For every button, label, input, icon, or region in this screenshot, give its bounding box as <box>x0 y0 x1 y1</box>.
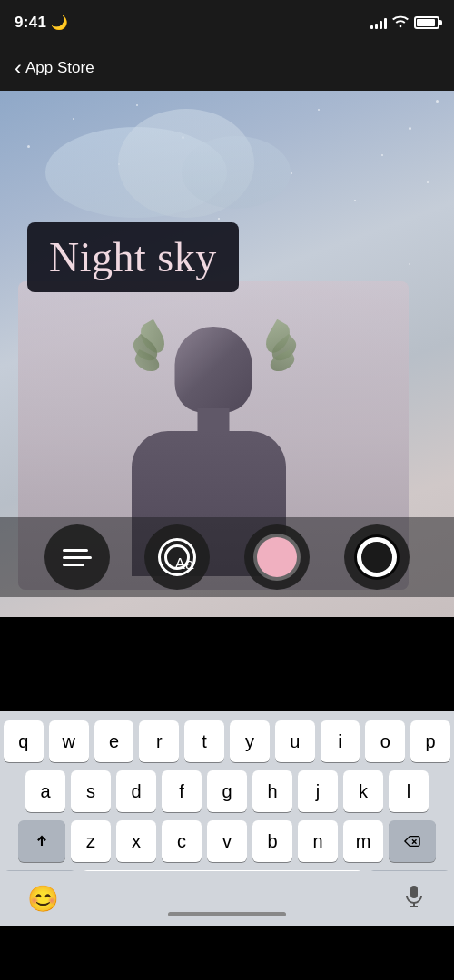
key-u[interactable]: u <box>275 720 315 762</box>
signal-bar-1 <box>370 25 373 29</box>
status-icons <box>370 15 439 31</box>
key-x[interactable]: x <box>116 820 156 862</box>
key-w[interactable]: w <box>49 720 89 762</box>
signal-bar-2 <box>375 24 378 29</box>
key-y[interactable]: y <box>230 720 270 762</box>
key-m[interactable]: m <box>343 820 383 862</box>
toolbar: Aa <box>0 517 454 597</box>
color-dot-pink <box>257 537 297 577</box>
key-f[interactable]: f <box>162 770 202 812</box>
align-line-2 <box>63 556 92 559</box>
align-icon <box>63 549 92 566</box>
bottom-bar: 😊 <box>0 871 454 926</box>
key-r[interactable]: r <box>139 720 179 762</box>
font-aa-label: Aa <box>175 555 194 573</box>
signal-bars-icon <box>370 16 387 29</box>
key-g[interactable]: g <box>207 770 247 812</box>
svg-rect-3 <box>410 886 418 898</box>
key-row-3: z x c v b n m <box>4 820 450 862</box>
wifi-icon <box>392 15 409 31</box>
key-c[interactable]: c <box>162 820 202 862</box>
mic-button[interactable] <box>401 883 427 914</box>
battery-icon <box>414 16 439 29</box>
key-delete[interactable] <box>389 820 436 862</box>
font-icon: Aa <box>168 548 187 566</box>
back-arrow-icon: ‹ <box>15 55 22 81</box>
signal-bar-3 <box>380 21 382 29</box>
status-bar: 9:41 🌙 <box>0 0 454 45</box>
key-row-2: a s d f g h j k l <box>4 770 450 812</box>
key-l[interactable]: l <box>389 770 429 812</box>
app-store-label: App Store <box>25 59 94 77</box>
color-pink-button[interactable] <box>244 524 310 590</box>
key-b[interactable]: b <box>252 820 292 862</box>
key-v[interactable]: v <box>207 820 247 862</box>
key-k[interactable]: k <box>343 770 383 812</box>
key-e[interactable]: e <box>94 720 134 762</box>
key-j[interactable]: j <box>298 770 338 812</box>
align-button[interactable] <box>44 524 110 590</box>
battery-fill <box>417 19 435 26</box>
key-i[interactable]: i <box>321 720 360 762</box>
key-t[interactable]: t <box>184 720 224 762</box>
key-a[interactable]: a <box>25 770 65 812</box>
key-d[interactable]: d <box>116 770 156 812</box>
keyboard: q w e r t y u i o p a s d f g h j k l <box>0 711 454 926</box>
key-n[interactable]: n <box>298 820 338 862</box>
text-box[interactable]: Night sky <box>27 222 239 292</box>
align-line-3 <box>63 564 84 566</box>
emoji-button[interactable]: 😊 <box>27 884 59 914</box>
align-line-1 <box>63 549 88 552</box>
color-dark-button[interactable] <box>344 524 410 590</box>
back-button[interactable]: ‹ App Store <box>15 55 94 81</box>
home-indicator <box>168 912 286 916</box>
key-s[interactable]: s <box>71 770 111 812</box>
color-dot-dark <box>357 537 397 577</box>
key-h[interactable]: h <box>252 770 292 812</box>
key-p[interactable]: p <box>410 720 450 762</box>
key-shift[interactable] <box>18 820 65 862</box>
signal-bar-4 <box>384 18 387 29</box>
font-button[interactable]: Aa <box>144 524 210 590</box>
text-box-content: Night sky <box>49 234 217 280</box>
nav-bar: ‹ App Store <box>0 45 454 91</box>
key-o[interactable]: o <box>365 720 405 762</box>
key-z[interactable]: z <box>71 820 111 862</box>
key-q[interactable]: q <box>4 720 44 762</box>
moon-icon: 🌙 <box>51 15 68 31</box>
status-time: 9:41 <box>15 14 46 32</box>
key-row-1: q w e r t y u i o p <box>4 720 450 762</box>
